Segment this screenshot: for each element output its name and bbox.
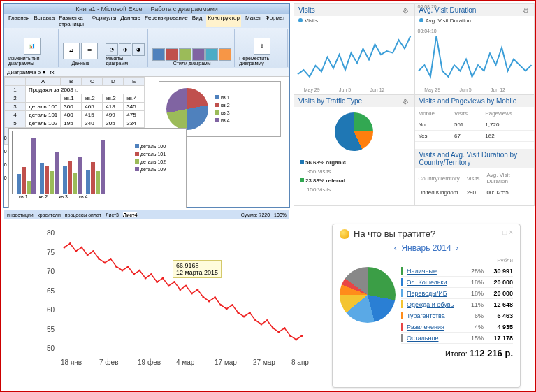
svg-point-32 (249, 312, 251, 314)
layout-preset[interactable]: ◕ (132, 43, 145, 56)
svg-point-25 (208, 300, 210, 303)
ribbon-layouts-group: ◔ ◑ ◕ Макеты диаграмм (103, 29, 148, 67)
tab[interactable]: Формулы (92, 15, 116, 27)
sheet-tab[interactable]: красители (38, 212, 61, 217)
pie-chart (166, 88, 208, 130)
card-title: Visits and Avg. Visit Duration by Countr… (419, 151, 530, 166)
svg-point-34 (260, 324, 262, 326)
style-preset[interactable] (219, 48, 231, 61)
svg-point-24 (203, 296, 205, 298)
style-preset[interactable] (166, 48, 178, 61)
style-preset[interactable] (205, 48, 218, 61)
svg-point-16 (156, 281, 158, 283)
expense-row[interactable]: Эл. Кошельки18%20 000 (401, 277, 513, 288)
style-preset[interactable] (179, 48, 191, 61)
tab[interactable]: Формат (266, 15, 285, 27)
name-box[interactable]: Диаграмма 5 (7, 69, 41, 75)
tab-active[interactable]: Конструктор (206, 15, 241, 27)
ribbon-styles-group: Стили диаграмм (150, 29, 235, 67)
expense-widget: — □ × На что вы тратите? ‹ Январь 2014 ›… (332, 224, 521, 388)
tab[interactable]: Главная (8, 15, 29, 27)
svg-point-36 (272, 327, 274, 329)
bar-chart: 0200400600800 (12, 131, 125, 194)
duration-card: Avg. Visit Duration⚙ Avg. Visit Duration… (414, 3, 535, 94)
sheet-tab[interactable]: процессы оплат (65, 212, 101, 217)
visits-card: Visits⚙ Visits May 29Jun 5Jun 12 (294, 3, 414, 94)
expense-row[interactable]: Развлечения4%4 935 (401, 321, 513, 333)
svg-point-39 (289, 335, 291, 337)
window-controls[interactable]: — □ × (494, 228, 513, 236)
svg-point-22 (191, 293, 193, 295)
svg-point-2 (75, 250, 77, 252)
tab[interactable]: Разметка страницы (59, 15, 87, 27)
svg-point-30 (237, 312, 239, 314)
chevron-left-icon[interactable]: ‹ (394, 243, 397, 253)
tooltip: 66.916812 марта 2015 (173, 260, 222, 278)
zoom[interactable]: 100% (274, 212, 287, 217)
svg-point-17 (161, 277, 164, 280)
month-selector[interactable]: ‹ Январь 2014 › (340, 243, 513, 253)
coin-icon (340, 229, 349, 239)
svg-point-15 (150, 273, 152, 275)
tab[interactable]: Макет (245, 15, 261, 27)
switch-rowcol-icon[interactable]: ⇄ (63, 43, 80, 59)
chevron-right-icon[interactable]: › (456, 243, 458, 253)
svg-point-28 (226, 308, 228, 310)
svg-point-41 (301, 335, 303, 337)
legend: Visits (305, 17, 318, 24)
sheet-tab[interactable]: Лист3 (106, 212, 119, 217)
svg-point-9 (115, 266, 117, 268)
tab[interactable]: Данные (120, 15, 140, 27)
card-title: Visits and Pageviews by Mobile (419, 97, 517, 105)
pie-legend: кв.1 кв.2 кв.3 кв.4 (215, 94, 230, 124)
svg-point-20 (179, 289, 181, 291)
tab[interactable]: Рецензирование (145, 15, 188, 27)
svg-point-4 (87, 254, 89, 256)
expense-row[interactable]: Одежда и обувь11%12 648 (401, 299, 513, 310)
style-preset[interactable] (192, 48, 205, 61)
sheet-tab-active[interactable]: Лист4 (123, 212, 137, 217)
svg-point-37 (277, 331, 280, 333)
svg-point-19 (173, 281, 175, 283)
expense-row[interactable]: Остальное15%17 178 (401, 333, 513, 344)
svg-point-31 (243, 316, 245, 318)
tab[interactable]: Вид (192, 15, 202, 27)
svg-point-29 (231, 304, 233, 306)
gear-icon[interactable]: ⚙ (523, 7, 530, 14)
ribbon-data-group: ⇄ ☰ Данные (60, 29, 101, 67)
traffic-legend: 56.68% organic 356 Visits 23.88% referra… (294, 157, 414, 196)
ribbon-label: Макеты диаграмм (106, 56, 145, 66)
visits-sparkline (294, 25, 414, 87)
svg-point-26 (214, 296, 216, 298)
layout-preset[interactable]: ◔ (106, 43, 118, 56)
svg-point-18 (168, 285, 170, 287)
layout-preset[interactable]: ◑ (119, 43, 131, 56)
expense-row[interactable]: Турагентства6%6 463 (401, 310, 513, 321)
ribbon-label: Переместить диаграмму (239, 56, 284, 66)
svg-point-38 (284, 327, 286, 329)
mobile-card: Visits and Pageviews by Mobile MobileVis… (414, 94, 535, 206)
style-preset[interactable] (152, 48, 165, 61)
expense-row[interactable]: Переводы/ИБ18%20 000 (401, 288, 513, 299)
change-chart-type-icon[interactable]: 📊 (24, 38, 41, 55)
sheet-tab[interactable]: инвестиции (7, 212, 34, 217)
svg-point-11 (127, 266, 129, 268)
svg-point-27 (219, 304, 222, 306)
expense-row[interactable]: Наличные28%30 991 (401, 266, 513, 277)
svg-point-12 (133, 273, 135, 275)
gear-icon[interactable]: ⚙ (403, 98, 410, 105)
total-row: Итого: 112 216 р. (401, 348, 513, 358)
move-chart-icon[interactable]: ⇪ (254, 38, 270, 55)
grid-area: ABCDE 1Продажи за 2008 г. 2кв.1кв.2кв.3к… (4, 77, 289, 219)
status-bar: инвестиции красители процессы оплат Лист… (4, 210, 289, 219)
svg-point-33 (254, 319, 256, 321)
currency-label: Рубли (401, 257, 513, 263)
widget-title: На что вы тратите? (340, 228, 494, 239)
tab[interactable]: Вставка (34, 15, 55, 27)
traffic-pie (335, 112, 373, 151)
svg-point-5 (92, 250, 94, 252)
bar-chart-object[interactable]: 0200400600800 кв.1кв.2кв.3кв.4 деталь 10… (8, 128, 187, 208)
gear-icon[interactable]: ⚙ (403, 7, 410, 14)
select-data-icon[interactable]: ☰ (81, 43, 98, 59)
analytics-dashboard: Visits⚙ Visits May 29Jun 5Jun 12 Avg. Vi… (294, 3, 535, 208)
